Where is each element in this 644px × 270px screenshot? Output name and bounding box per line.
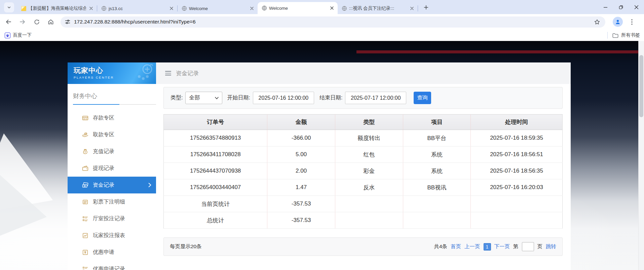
tab-title: 【新提醒】海燕策略论坛综合交 bbox=[28, 5, 86, 11]
prev-page-link[interactable]: 上一页 bbox=[464, 243, 480, 250]
tab-welcome-active[interactable]: Welcome bbox=[258, 2, 338, 14]
table-row-grand-total: 总统计 -357.53 bbox=[164, 212, 563, 229]
chevron-right-icon bbox=[148, 183, 151, 187]
cell-amount: 5.00 bbox=[267, 146, 335, 163]
total-count-text: 共4条 bbox=[434, 243, 447, 250]
tab-betting-record[interactable]: :::视讯 会员下注纪录::: bbox=[338, 3, 418, 14]
window-controls bbox=[598, 0, 644, 14]
note-favicon-icon bbox=[21, 6, 26, 11]
svg-text:¥: ¥ bbox=[84, 151, 86, 153]
sidebar-item-label: 玩家投注报表 bbox=[93, 232, 125, 239]
col-header-time: 处理时间 bbox=[471, 115, 563, 130]
sidebar-item-label: 存款专区 bbox=[93, 115, 114, 122]
minimize-button[interactable] bbox=[598, 0, 613, 14]
svg-text:¥: ¥ bbox=[84, 250, 86, 254]
tab-close-icon[interactable] bbox=[88, 5, 94, 11]
sidebar-item-promo-apply-record[interactable]: 优惠申请记录 bbox=[68, 261, 156, 270]
sidebar-item-hall-bet-record[interactable]: 厅室投注记录 bbox=[68, 210, 156, 227]
tab-close-icon[interactable] bbox=[168, 5, 175, 11]
page-viewport: 玩家中心 PLAYERS CENTER 财务中心 存款专区 取款专区 bbox=[0, 41, 644, 270]
forward-button[interactable] bbox=[17, 16, 28, 28]
close-window-button[interactable] bbox=[629, 0, 644, 14]
page-scrollbar[interactable] bbox=[638, 41, 644, 270]
tab-js13[interactable]: js13.cc bbox=[97, 3, 177, 14]
profile-avatar[interactable] bbox=[613, 17, 623, 27]
cell-time: 2025-07-16 18:59:35 bbox=[471, 130, 563, 146]
page-jump-input[interactable] bbox=[522, 242, 534, 251]
tab-divider bbox=[418, 5, 418, 11]
tab-welcome-1[interactable]: Welcome bbox=[178, 3, 258, 14]
cell-project: BB视讯 bbox=[403, 179, 471, 196]
restore-button[interactable] bbox=[613, 0, 629, 14]
search-button[interactable]: 查询 bbox=[414, 92, 431, 104]
tab-strip: 【新提醒】海燕策略论坛综合交 js13.cc Welcome Welcome :… bbox=[0, 0, 644, 14]
browser-window: 【新提醒】海燕策略论坛综合交 js13.cc Welcome Welcome :… bbox=[0, 0, 644, 270]
tab-search-button[interactable] bbox=[4, 2, 14, 12]
chevron-down-icon bbox=[7, 5, 11, 9]
cell-empty bbox=[471, 212, 563, 229]
sidebar-item-label: 优惠申请 bbox=[93, 249, 114, 256]
cell-order-no: 1752663411708028 bbox=[164, 146, 267, 163]
cell-label: 总统计 bbox=[164, 212, 267, 229]
sidebar-item-player-bet-report[interactable]: 玩家投注报表 bbox=[68, 227, 156, 244]
col-header-amount: 金额 bbox=[267, 115, 335, 130]
end-date-input[interactable] bbox=[345, 92, 406, 104]
main-header: 资金记录 bbox=[156, 62, 571, 84]
globe-favicon-icon bbox=[182, 6, 187, 11]
type-select[interactable]: 全部 bbox=[185, 92, 222, 104]
banknotes-icon bbox=[81, 181, 89, 189]
cell-empty bbox=[403, 212, 471, 229]
type-label: 类型: bbox=[171, 94, 183, 101]
gamepad-icon bbox=[130, 64, 154, 82]
first-page-link[interactable]: 首页 bbox=[451, 243, 461, 250]
page-prefix-text: 第 bbox=[513, 243, 519, 250]
sidebar-item-lottery-bet-detail[interactable]: 彩票下注明细 bbox=[68, 193, 156, 210]
sidebar-item-withdraw-zone[interactable]: 取款专区 bbox=[68, 126, 156, 143]
sidebar-item-withdraw-record[interactable]: 提现记录 bbox=[68, 160, 156, 177]
sidebar-item-label: 提现记录 bbox=[93, 165, 114, 172]
sidebar-item-funds-record[interactable]: 资金记录 bbox=[68, 177, 156, 193]
tab-close-icon[interactable] bbox=[409, 5, 415, 11]
tab-title: Welcome bbox=[189, 6, 247, 11]
next-page-link[interactable]: 下一页 bbox=[494, 243, 510, 250]
cell-time: 2025-07-16 18:56:35 bbox=[471, 163, 563, 179]
cell-type: 红包 bbox=[335, 146, 403, 163]
sidebar-item-recharge-record[interactable]: ¥ 充值记录 bbox=[68, 143, 156, 160]
col-header-type: 类型 bbox=[335, 115, 403, 130]
home-button[interactable] bbox=[45, 16, 56, 28]
bookmark-star-icon[interactable] bbox=[593, 17, 601, 26]
url-text[interactable]: 172.247.228.82:888/hhcp/usercenter.html?… bbox=[74, 19, 593, 25]
cell-time: 2025-07-16 18:56:51 bbox=[471, 146, 563, 163]
jump-link[interactable]: 跳转 bbox=[546, 243, 556, 250]
sidebar-item-deposit-zone[interactable]: 存款专区 bbox=[68, 109, 156, 126]
sidebar: 玩家中心 PLAYERS CENTER 财务中心 存款专区 取款专区 bbox=[68, 62, 156, 270]
sidebar-item-label: 充值记录 bbox=[93, 148, 114, 155]
current-page-badge[interactable]: 1 bbox=[484, 243, 491, 251]
per-page-text: 每页显示20条 bbox=[170, 243, 202, 250]
main-panel: 资金记录 类型: 全部 开始日期: 结束日期: 查询 bbox=[156, 62, 571, 270]
bookmark-baidu[interactable]: 百度一下 bbox=[5, 32, 32, 38]
col-header-order-no: 订单号 bbox=[164, 115, 267, 130]
start-date-input[interactable] bbox=[253, 92, 314, 104]
new-tab-button[interactable] bbox=[421, 3, 431, 12]
hamburger-icon[interactable] bbox=[165, 71, 171, 76]
col-header-project: 项目 bbox=[403, 115, 471, 130]
address-bar[interactable]: 172.247.228.82:888/hhcp/usercenter.html?… bbox=[61, 16, 605, 28]
section-title: 财务中心 bbox=[68, 84, 156, 104]
sidebar-item-promo-apply[interactable]: ¥ 优惠申请 bbox=[68, 244, 156, 261]
reload-button[interactable] bbox=[31, 16, 42, 28]
all-bookmarks-button[interactable]: 所有书签 bbox=[621, 32, 640, 38]
table-row: 1752663411708028 5.00 红包 系统 2025-07-16 1… bbox=[164, 146, 563, 163]
sidebar-item-label: 优惠申请记录 bbox=[93, 266, 125, 270]
tab-title: js13.cc bbox=[109, 6, 166, 11]
site-info-icon[interactable] bbox=[65, 19, 71, 25]
cell-empty bbox=[471, 196, 563, 212]
scrollbar-thumb[interactable] bbox=[639, 55, 643, 117]
table-row-page-total: 当前页统计 -357.53 bbox=[164, 196, 563, 212]
tab-close-icon[interactable] bbox=[329, 5, 335, 11]
tab-forum[interactable]: 【新提醒】海燕策略论坛综合交 bbox=[17, 3, 97, 14]
back-button[interactable] bbox=[3, 16, 14, 28]
globe-favicon-icon bbox=[262, 5, 267, 11]
browser-menu-icon[interactable] bbox=[627, 17, 637, 27]
tab-close-icon[interactable] bbox=[249, 5, 255, 11]
